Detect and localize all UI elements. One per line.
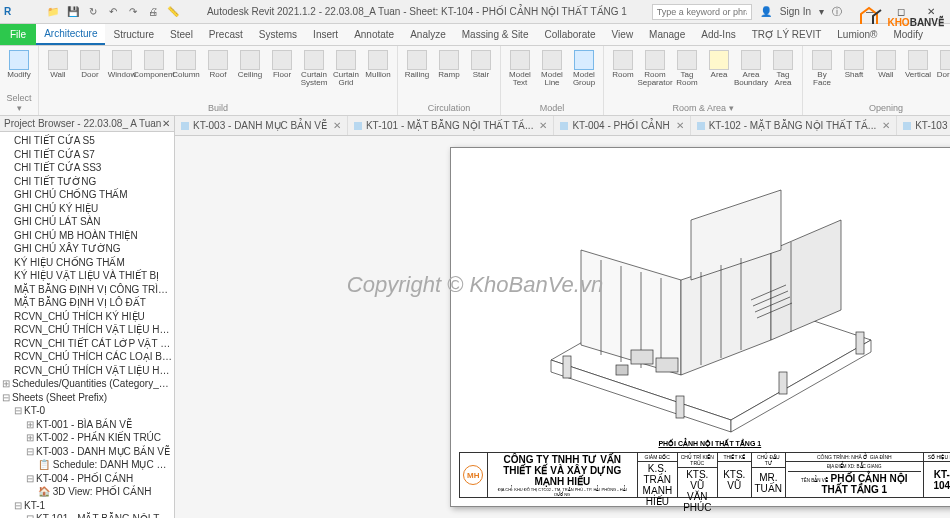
tree-node[interactable]: GHI CHÚ XÂY TƯỜNG xyxy=(2,242,172,256)
doc-tab[interactable]: KT-004 - PHỐI CẢNH✕ xyxy=(554,116,690,135)
tree-node[interactable]: ⊞Schedules/Quantities (Category_RCVN) xyxy=(2,377,172,391)
tool-model-group[interactable]: Model Group xyxy=(569,48,599,89)
menu-tab-insert[interactable]: Insert xyxy=(305,25,346,44)
tree-node[interactable]: CHI TIẾT TƯỜNG xyxy=(2,175,172,189)
tree-node[interactable]: MẶT BẰNG ĐỊNH VỊ CÔNG TRÌNH xyxy=(2,283,172,297)
tree-node[interactable]: ⊟Sheets (Sheet Prefix) xyxy=(2,391,172,405)
tree-node[interactable]: CHI TIẾT CỬA S5 xyxy=(2,134,172,148)
search-input[interactable] xyxy=(652,4,752,20)
tool-ramp[interactable]: Ramp xyxy=(434,48,464,81)
tab-close-icon[interactable]: ✕ xyxy=(882,120,890,131)
tree-node[interactable]: RCVN_CHÚ THÍCH VẬT LIỆU HOÀN THIỆN xyxy=(2,323,172,337)
tab-close-icon[interactable]: ✕ xyxy=(333,120,341,131)
tree-node[interactable]: ⊟KT-1 xyxy=(2,499,172,513)
tree-node[interactable]: ⊞KT-002 - PHẦN KIẾN TRÚC xyxy=(2,431,172,445)
menu-tab-manage[interactable]: Manage xyxy=(641,25,693,44)
tool-ceiling[interactable]: Ceiling xyxy=(235,48,265,81)
tree-node[interactable]: 🏠 3D View: PHỐI CẢNH xyxy=(2,485,172,499)
tool-wall[interactable]: Wall xyxy=(871,48,901,81)
tool-area-boundary[interactable]: Area Boundary xyxy=(736,48,766,89)
menu-tab-analyze[interactable]: Analyze xyxy=(402,25,454,44)
tree-node[interactable]: KÝ HIỆU VẬT LIỆU VÀ THIẾT BỊ xyxy=(2,269,172,283)
tree-node[interactable]: 📋 Schedule: DANH MỤC BẢN VẼ KIẾN TRÚC xyxy=(2,458,172,472)
tab-close-icon[interactable]: ✕ xyxy=(539,120,547,131)
menu-tab-steel[interactable]: Steel xyxy=(162,25,201,44)
tree-node[interactable]: RCVN_CHI TIẾT CÁT LỚP VẬT LIỆU xyxy=(2,337,172,351)
menu-tab-architecture[interactable]: Architecture xyxy=(36,24,105,45)
svg-rect-15 xyxy=(631,350,653,364)
help-icon[interactable]: ▾ xyxy=(819,6,824,17)
tree-node[interactable]: ⊟KT-004 - PHỐI CẢNH xyxy=(2,472,172,486)
signin-link[interactable]: Sign In xyxy=(780,6,811,17)
tree-node[interactable]: ⊟KT-003 - DANH MỤC BẢN VẼ xyxy=(2,445,172,459)
tool-tag-area[interactable]: Tag Area xyxy=(768,48,798,89)
tool-tag-room[interactable]: Tag Room xyxy=(672,48,702,89)
tool-curtain-system[interactable]: Curtain System xyxy=(299,48,329,89)
tool-railing[interactable]: Railing xyxy=(402,48,432,81)
menu-tab-addins[interactable]: Add-Ins xyxy=(693,25,743,44)
drawing-title: PHỐI CẢNH NỘI THẤT TẦNG 1 xyxy=(451,440,950,448)
tree-node[interactable]: GHI CHÚ MB HOÀN THIỆN xyxy=(2,229,172,243)
tool-by-face[interactable]: By Face xyxy=(807,48,837,89)
tool-mullion[interactable]: Mullion xyxy=(363,48,393,81)
qat-print-icon[interactable]: 🖨 xyxy=(144,3,162,21)
tool-model-line[interactable]: Model Line xyxy=(537,48,567,89)
tree-node[interactable]: CHI TIẾT CỬA SS3 xyxy=(2,161,172,175)
tool-component[interactable]: Component xyxy=(139,48,169,81)
doc-tab[interactable]: KT-101 - MẶT BẰNG NỘI THẤT TẦ...✕ xyxy=(348,116,555,135)
tool-column[interactable]: Column xyxy=(171,48,201,81)
menu-tab-structure[interactable]: Structure xyxy=(105,25,162,44)
menu-tab-annotate[interactable]: Annotate xyxy=(346,25,402,44)
tree-node[interactable]: KÝ HIỆU CHỐNG THẤM xyxy=(2,256,172,270)
menu-tab-collaborate[interactable]: Collaborate xyxy=(536,25,603,44)
tool-room[interactable]: Room xyxy=(608,48,638,81)
tool-shaft[interactable]: Shaft xyxy=(839,48,869,81)
sheet-viewport[interactable]: PHỐI CẢNH NỘI THẤT TẦNG 1 MH CÔNG TY TNH… xyxy=(175,136,950,518)
tree-node[interactable]: GHI CHÚ LÁT SÀN xyxy=(2,215,172,229)
menu-tab-precast[interactable]: Precast xyxy=(201,25,251,44)
qat-undo-icon[interactable]: ↶ xyxy=(104,3,122,21)
tool-area[interactable]: Area xyxy=(704,48,734,81)
browser-close-icon[interactable]: ✕ xyxy=(162,118,170,129)
qat-measure-icon[interactable]: 📏 xyxy=(164,3,182,21)
tree-node[interactable]: CHI TIẾT CỬA S7 xyxy=(2,148,172,162)
doc-tab[interactable]: KT-102 - MẶT BẰNG NỘI THẤT TẦ...✕ xyxy=(691,116,898,135)
info-icon[interactable]: ⓘ xyxy=(832,5,842,19)
title-block: MH CÔNG TY TNHH TƯ VẤN THIẾT KẾ VÀ XÂY D… xyxy=(459,452,950,498)
tool-stair[interactable]: Stair xyxy=(466,48,496,81)
qat-save-icon[interactable]: 💾 xyxy=(64,3,82,21)
tree-node[interactable]: GHI CHÚ KÝ HIỆU xyxy=(2,202,172,216)
tool-roof[interactable]: Roof xyxy=(203,48,233,81)
doc-tab[interactable]: KT-003 - DANH MỤC BẢN VẼ✕ xyxy=(175,116,348,135)
project-tree[interactable]: CHI TIẾT CỬA S5CHI TIẾT CỬA S7CHI TIẾT C… xyxy=(0,132,174,518)
tree-node[interactable]: RCVN_CHÚ THÍCH VẬT LIỆU HOÀN THIỆN 2 xyxy=(2,364,172,378)
tree-node[interactable]: RCVN_CHÚ THÍCH CÁC LOẠI BẢN VẼ xyxy=(2,350,172,364)
file-menu[interactable]: File xyxy=(0,24,36,45)
tree-node[interactable]: ⊞KT-001 - BÌA BẢN VẼ xyxy=(2,418,172,432)
tree-node[interactable]: MẶT BẰNG ĐỊNH VỊ LÔ ĐẤT xyxy=(2,296,172,310)
tool-curtain-grid[interactable]: Curtain Grid xyxy=(331,48,361,89)
menu-tab-systems[interactable]: Systems xyxy=(251,25,305,44)
tool-dormer[interactable]: Dormer xyxy=(935,48,950,81)
tool-vertical[interactable]: Vertical xyxy=(903,48,933,81)
tree-node[interactable]: RCVN_CHÚ THÍCH KÝ HIỆU xyxy=(2,310,172,324)
tool-room-separator[interactable]: Room Separator xyxy=(640,48,670,89)
tree-node[interactable]: ⊟KT-101 - MẶT BẰNG NỘI THẤT TẦNG 1 xyxy=(2,512,172,518)
tree-node[interactable]: ⊟KT-0 xyxy=(2,404,172,418)
doc-tab[interactable]: KT-103 - MẶT BẰNG MÁI✕ xyxy=(897,116,950,135)
tool-floor[interactable]: Floor xyxy=(267,48,297,81)
tool-wall[interactable]: Wall xyxy=(43,48,73,81)
user-icon[interactable]: 👤 xyxy=(760,6,772,17)
tree-node[interactable]: GHI CHÚ CHỐNG THẤM xyxy=(2,188,172,202)
tool-modify[interactable]: Modify xyxy=(4,48,34,81)
tool-door[interactable]: Door xyxy=(75,48,105,81)
tool-model-text[interactable]: Model Text xyxy=(505,48,535,89)
qat-redo-icon[interactable]: ↷ xyxy=(124,3,142,21)
svg-rect-21 xyxy=(856,332,864,354)
tab-close-icon[interactable]: ✕ xyxy=(676,120,684,131)
qat-sync-icon[interactable]: ↻ xyxy=(84,3,102,21)
menu-tab-trlrevit[interactable]: TRỢ LÝ REVIT xyxy=(744,25,830,44)
menu-tab-view[interactable]: View xyxy=(604,25,642,44)
menu-tab-massingsite[interactable]: Massing & Site xyxy=(454,25,537,44)
qat-open-icon[interactable]: 📁 xyxy=(44,3,62,21)
